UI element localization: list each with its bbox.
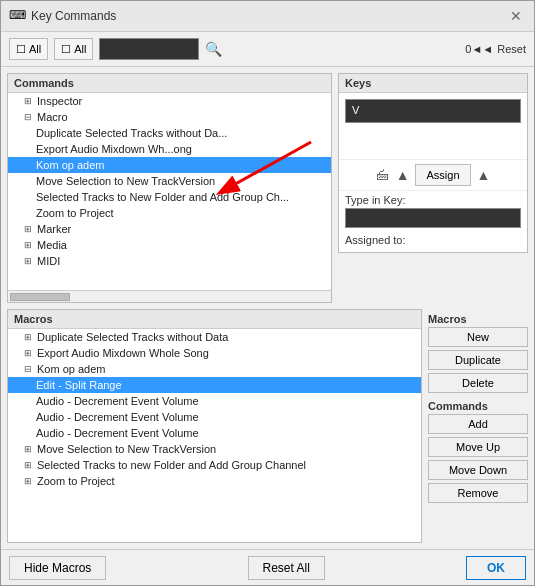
all-button-2[interactable]: ☐ All	[54, 38, 93, 60]
macros-btn-panel: Macros New Duplicate Delete Commands Add…	[428, 309, 528, 543]
move-up-button[interactable]: Move Up	[428, 437, 528, 457]
macro-audio-dec-1[interactable]: Audio - Decrement Event Volume	[8, 393, 421, 409]
keys-spacer	[339, 129, 527, 159]
bottom-section: Macros ⊞ Duplicate Selected Tracks witho…	[1, 309, 534, 549]
expand-icon: ⊟	[24, 112, 34, 122]
cmd-inspector[interactable]: ⊞ Inspector	[8, 93, 331, 109]
commands-list[interactable]: ⊞ Inspector ⊟ Macro Duplicate Selected T…	[8, 93, 331, 290]
reset-all-button[interactable]: Reset All	[248, 556, 325, 580]
panels-row: Commands ⊞ Inspector ⊟ Macro Duplicate S…	[1, 67, 534, 309]
remove-button[interactable]: Remove	[428, 483, 528, 503]
expand-icon: ⊞	[24, 460, 34, 470]
cmd-zoom-project[interactable]: Zoom to Project	[8, 205, 331, 221]
cmd-selected-tracks[interactable]: Selected Tracks to New Folder and Add Gr…	[8, 189, 331, 205]
expand-icon: ⊞	[24, 256, 34, 266]
cmd-kom-op-adem[interactable]: Kom op adem	[8, 157, 331, 173]
macro-audio-dec-3[interactable]: Audio - Decrement Event Volume	[8, 425, 421, 441]
scrollbar-thumb[interactable]	[10, 293, 70, 301]
cmd-midi[interactable]: ⊞ MIDI	[8, 253, 331, 269]
keys-panel: Keys V 🖮 ▲ Assign ▲ Type in Key: Assig	[338, 73, 528, 303]
delete-button[interactable]: Delete	[428, 373, 528, 393]
macro-edit-split-label: Edit - Split Range	[36, 379, 122, 391]
cmd-marker[interactable]: ⊞ Marker	[8, 221, 331, 237]
arrow-up-icon[interactable]: ▲	[396, 167, 410, 183]
macro-move-sel-label: Move Selection to New TrackVersion	[37, 443, 216, 455]
horizontal-scrollbar[interactable]	[8, 290, 331, 302]
macro-move-sel-tv[interactable]: ⊞ Move Selection to New TrackVersion	[8, 441, 421, 457]
cmd-export-audio-label: Export Audio Mixdown Wh...ong	[36, 143, 192, 155]
new-button[interactable]: New	[428, 327, 528, 347]
checkbox-icon-2: ☐	[61, 43, 71, 56]
macro-export-label: Export Audio Mixdown Whole Song	[37, 347, 209, 359]
keys-value: V	[345, 99, 521, 123]
macro-dup-label: Duplicate Selected Tracks without Data	[37, 331, 228, 343]
cmd-macro-label: Macro	[37, 111, 68, 123]
assign-button[interactable]: Assign	[415, 164, 470, 186]
arrow-up-icon-2[interactable]: ▲	[477, 167, 491, 183]
hide-macros-button[interactable]: Hide Macros	[9, 556, 106, 580]
macro-sel-tracks[interactable]: ⊞ Selected Tracks to new Folder and Add …	[8, 457, 421, 473]
cmd-media-label: Media	[37, 239, 67, 251]
close-button[interactable]: ✕	[506, 6, 526, 26]
macros-list-panel: Macros ⊞ Duplicate Selected Tracks witho…	[7, 309, 422, 543]
reset-arrows: 0◄◄	[465, 43, 493, 55]
cmd-media[interactable]: ⊞ Media	[8, 237, 331, 253]
checkbox-icon-1: ☐	[16, 43, 26, 56]
type-in-key-row: Type in Key:	[339, 190, 527, 231]
search-input[interactable]	[99, 38, 199, 60]
assign-row: 🖮 ▲ Assign ▲	[339, 159, 527, 190]
all-button-1[interactable]: ☐ All	[9, 38, 48, 60]
commands-header: Commands	[8, 74, 331, 93]
bottom-toolbar: Hide Macros Reset All OK	[1, 549, 534, 585]
all-label-2: All	[74, 43, 86, 55]
commands-section-label: Commands	[428, 396, 528, 414]
macro-audio-dec-2-label: Audio - Decrement Event Volume	[36, 411, 199, 423]
reset-control[interactable]: 0◄◄ Reset	[465, 43, 526, 55]
macro-zoom-proj-label: Zoom to Project	[37, 475, 115, 487]
cmd-move-selection[interactable]: Move Selection to New TrackVersion	[8, 173, 331, 189]
move-down-button[interactable]: Move Down	[428, 460, 528, 480]
search-icon[interactable]: 🔍	[205, 41, 222, 57]
cmd-dup-tracks[interactable]: Duplicate Selected Tracks without Da...	[8, 125, 331, 141]
title-bar-left: ⌨ Key Commands	[9, 8, 116, 24]
title-bar: ⌨ Key Commands ✕	[1, 1, 534, 32]
top-toolbar: ☐ All ☐ All 🔍 0◄◄ Reset	[1, 32, 534, 67]
macros-list-content[interactable]: ⊞ Duplicate Selected Tracks without Data…	[8, 329, 421, 542]
cmd-export-audio[interactable]: Export Audio Mixdown Wh...ong	[8, 141, 331, 157]
reset-label: Reset	[497, 43, 526, 55]
cmd-marker-label: Marker	[37, 223, 71, 235]
cmd-macro[interactable]: ⊟ Macro	[8, 109, 331, 125]
add-button[interactable]: Add	[428, 414, 528, 434]
expand-icon: ⊞	[24, 224, 34, 234]
expand-icon: ⊞	[24, 348, 34, 358]
commands-panel: Commands ⊞ Inspector ⊟ Macro Duplicate S…	[7, 73, 332, 303]
window-title: Key Commands	[31, 9, 116, 23]
macro-dup-no-data[interactable]: ⊞ Duplicate Selected Tracks without Data	[8, 329, 421, 345]
cmd-dup-tracks-label: Duplicate Selected Tracks without Da...	[36, 127, 227, 139]
macro-edit-split[interactable]: Edit - Split Range	[8, 377, 421, 393]
expand-icon: ⊞	[24, 240, 34, 250]
macro-kom-adem[interactable]: ⊟ Kom op adem	[8, 361, 421, 377]
duplicate-button[interactable]: Duplicate	[428, 350, 528, 370]
type-in-key-label: Type in Key:	[345, 194, 521, 206]
expand-icon: ⊞	[24, 332, 34, 342]
window-icon: ⌨	[9, 8, 25, 24]
keys-section: Keys V 🖮 ▲ Assign ▲ Type in Key: Assig	[338, 73, 528, 253]
all-label-1: All	[29, 43, 41, 55]
expand-icon: ⊞	[24, 444, 34, 454]
cmd-midi-label: MIDI	[37, 255, 60, 267]
macro-export-whole[interactable]: ⊞ Export Audio Mixdown Whole Song	[8, 345, 421, 361]
macro-zoom-proj[interactable]: ⊞ Zoom to Project	[8, 473, 421, 489]
cmd-inspector-label: Inspector	[37, 95, 82, 107]
expand-icon: ⊞	[24, 96, 34, 106]
macros-section-label: Macros	[428, 309, 528, 327]
macro-audio-dec-2[interactable]: Audio - Decrement Event Volume	[8, 409, 421, 425]
expand-icon: ⊟	[24, 364, 34, 374]
assigned-to-label: Assigned to:	[345, 234, 521, 246]
ok-button[interactable]: OK	[466, 556, 526, 580]
macro-sel-tracks-label: Selected Tracks to new Folder and Add Gr…	[37, 459, 306, 471]
macros-list-header: Macros	[8, 310, 421, 329]
expand-icon: ⊞	[24, 476, 34, 486]
cmd-zoom-project-label: Zoom to Project	[36, 207, 114, 219]
type-in-key-input[interactable]	[345, 208, 521, 228]
